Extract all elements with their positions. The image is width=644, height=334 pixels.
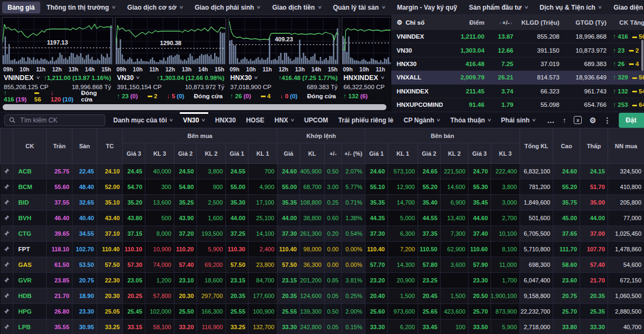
buy-price1-cell[interactable]: 44.00 xyxy=(226,210,248,226)
sell-price3-cell[interactable]: 44.60 xyxy=(469,210,491,226)
buy-price1-cell[interactable]: 23.15 xyxy=(226,273,248,288)
sell-price2-cell[interactable]: 33.45 xyxy=(418,320,441,334)
buy-price1-cell[interactable]: 35.30 xyxy=(226,195,248,210)
col-buy-vol2[interactable]: KL 2 xyxy=(197,143,226,164)
nav-item-giao-dich-co-so[interactable]: Giao dịch cơ sở∨ xyxy=(122,2,188,13)
col-high[interactable]: Cao xyxy=(553,128,580,164)
nav-item-giao-dich-tien[interactable]: Giao dịch tiền∨ xyxy=(267,2,326,13)
col-total-volume[interactable]: Tổng KL xyxy=(520,128,553,164)
buy-price3-cell[interactable]: 23.05 xyxy=(123,273,145,288)
col-sell-price2[interactable]: Giá 2 xyxy=(418,143,441,164)
matched-price-cell[interactable]: 24.60 xyxy=(277,164,300,179)
tab-trai-phieu-rieng-le[interactable]: Trái phiếu riêng lẻ xyxy=(338,112,393,128)
buy-price2-cell[interactable]: 24.50 xyxy=(174,164,197,179)
ticker-cell[interactable]: FPT xyxy=(13,242,47,257)
tab-hnx30[interactable]: HNX30 xyxy=(215,112,236,128)
matched-price-cell[interactable]: 23.15 xyxy=(277,273,300,288)
pin-cell[interactable] xyxy=(1,273,13,288)
nav-item-margin-vay-ky-quy[interactable]: Margin - Vay ký quỹ xyxy=(392,2,463,13)
col-matched-price[interactable]: Giá xyxy=(277,143,300,164)
col-matched-vol[interactable]: KL xyxy=(300,143,325,164)
col-buy-vol1[interactable]: KL 1 xyxy=(248,143,277,164)
sell-price3-cell[interactable]: 24.70 xyxy=(469,164,491,179)
buy-price3-cell[interactable]: 24.45 xyxy=(123,164,145,179)
tab-danh-muc-cua-toi[interactable]: Danh mục của tôi∨ xyxy=(113,112,173,128)
pin-cell[interactable] xyxy=(1,164,13,179)
index-panel-row-hnxupcomindex[interactable]: HNXUPCOMINDEX91.461.7955.098654.766↑ 253… xyxy=(391,98,644,111)
index-chart-vnindex[interactable]: 1197.1309h10h11h12h13h14h15hVNINDEX∨↑1,2… xyxy=(2,17,113,112)
buy-price3-cell[interactable]: 20.25 xyxy=(123,288,145,304)
nav-item-giao-dich-phai-sinh[interactable]: Giao dịch phái sinh∨ xyxy=(189,2,266,13)
chart-index-name[interactable]: HNXINDEX∨ xyxy=(343,74,384,82)
next-arrow-icon[interactable]: › xyxy=(511,20,513,26)
kebab-menu-icon[interactable]: ⋮ xyxy=(604,117,611,124)
col-low[interactable]: Thấp xyxy=(580,128,608,164)
sell-price1-cell[interactable]: 20.40 xyxy=(365,288,388,304)
prev-arrow-icon[interactable]: ‹ xyxy=(500,20,501,26)
col-buy-vol3[interactable]: KL 3 xyxy=(145,143,174,164)
buy-price3-cell[interactable]: 54.70 xyxy=(123,179,145,195)
nav-item-dich-vu-tien-ich[interactable]: Dịch vụ & Tiện ích∨ xyxy=(535,2,608,13)
col-sell-vol3[interactable]: KL 3 xyxy=(491,143,520,164)
buy-price2-cell[interactable]: 37.20 xyxy=(174,226,197,242)
upload-icon[interactable]: ↑ xyxy=(562,117,566,124)
col-matched-change-pct[interactable]: +/- (%) xyxy=(342,143,365,164)
ticker-cell[interactable]: HPG xyxy=(13,304,47,320)
buy-price3-cell[interactable]: 35.20 xyxy=(123,195,145,210)
search-box[interactable] xyxy=(4,114,105,126)
sell-price3-cell[interactable]: 55.30 xyxy=(469,179,491,195)
sell-price2-cell[interactable]: 57.80 xyxy=(418,257,441,273)
tab-cp-nganh[interactable]: CP Ngành∨ xyxy=(404,112,440,128)
ticker-cell[interactable]: GVR xyxy=(13,273,47,288)
sell-price2-cell[interactable]: 25.65 xyxy=(418,304,441,320)
index-panel-scrollbar[interactable] xyxy=(641,40,643,71)
nav-item-bang-gia[interactable]: Bảng giá xyxy=(2,2,40,13)
ticker-cell[interactable]: HDB xyxy=(13,288,47,304)
sell-price2-cell[interactable]: 35.40 xyxy=(418,195,441,210)
buy-price2-cell[interactable]: 33.20 xyxy=(174,320,197,334)
col-buy-price2[interactable]: Giá 2 xyxy=(174,143,197,164)
sell-price2-cell[interactable]: 55.20 xyxy=(418,179,441,195)
sell-price2-cell[interactable]: 110.50 xyxy=(418,242,441,257)
sell-price3-cell[interactable]: 57.90 xyxy=(469,257,491,273)
ticker-cell[interactable]: BVH xyxy=(13,210,47,226)
sell-price3-cell[interactable]: 110.60 xyxy=(469,242,491,257)
sell-price2-cell[interactable]: 23.25 xyxy=(418,273,441,288)
col-foreign-buy[interactable]: NN mua xyxy=(608,128,644,164)
sell-price2-cell[interactable]: 20.45 xyxy=(418,288,441,304)
place-order-button[interactable]: Đặt xyxy=(619,113,644,128)
tab-hose[interactable]: HOSE xyxy=(246,112,264,128)
ticker-cell[interactable]: BID xyxy=(13,195,47,210)
gear-icon[interactable]: ⚙ xyxy=(397,19,402,26)
buy-price1-cell[interactable]: 37.25 xyxy=(226,226,248,242)
sell-price1-cell[interactable]: 24.60 xyxy=(365,164,388,179)
sell-price3-cell[interactable]: 33.50 xyxy=(469,320,491,334)
search-input[interactable] xyxy=(19,116,100,125)
pin-cell[interactable] xyxy=(1,320,13,334)
sell-price1-cell[interactable]: 57.70 xyxy=(365,257,388,273)
index-panel-row-hnx30[interactable]: HNX30416.487.2537.019689.383↑ 264 xyxy=(391,57,644,70)
chart-index-name[interactable]: VN30∨ xyxy=(117,74,140,82)
pin-cell[interactable] xyxy=(1,195,13,210)
index-chart-hnx30[interactable]: 409.2309h10h11h12h13h14h15hHNX30∨↑416.48… xyxy=(229,17,339,112)
buy-price1-cell[interactable]: 24.55 xyxy=(226,164,248,179)
buy-price1-cell[interactable]: 55.00 xyxy=(226,179,248,195)
matched-price-cell[interactable]: 35.35 xyxy=(277,195,300,210)
matched-price-cell[interactable]: 110.40 xyxy=(277,242,300,257)
buy-price3-cell[interactable]: 43.80 xyxy=(123,210,145,226)
more-tabs-icon[interactable]: … xyxy=(547,117,555,124)
gear-icon[interactable]: ⚙ xyxy=(589,117,596,124)
sell-price1-cell[interactable]: 23.20 xyxy=(365,273,388,288)
export-excel-icon[interactable]: x xyxy=(574,116,582,124)
col-sell-price3[interactable]: Giá 3 xyxy=(469,143,491,164)
buy-price3-cell[interactable]: 57.30 xyxy=(123,257,145,273)
buy-price2-cell[interactable]: 54.80 xyxy=(174,179,197,195)
matched-price-cell[interactable]: 33.30 xyxy=(277,320,300,334)
sell-price1-cell[interactable]: 25.60 xyxy=(365,304,388,320)
col-sell-vol1[interactable]: KL 1 xyxy=(388,143,418,164)
index-chart-vn30[interactable]: 1290.3809h10h11h12h13h14h15hVN30∨↑1,303.… xyxy=(115,17,226,112)
buy-price1-cell[interactable]: 57.50 xyxy=(226,257,248,273)
buy-price1-cell[interactable]: 20.35 xyxy=(226,288,248,304)
matched-price-cell[interactable]: 37.30 xyxy=(277,226,300,242)
pin-cell[interactable] xyxy=(1,288,13,304)
